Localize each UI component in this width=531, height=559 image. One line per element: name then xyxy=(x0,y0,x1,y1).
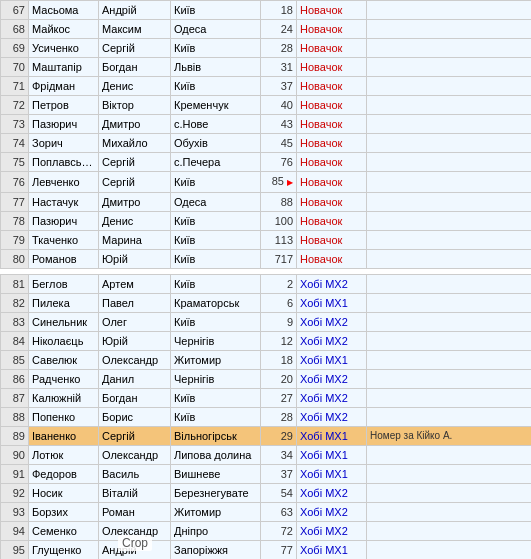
city-cell: Київ xyxy=(171,39,261,58)
category-cell: Хобі МХ2 xyxy=(297,503,367,522)
row-number: 92 xyxy=(1,484,29,503)
note-cell xyxy=(367,408,532,427)
last-name-cell: Попенко xyxy=(29,408,99,427)
row-number: 90 xyxy=(1,446,29,465)
category-cell: Новачок xyxy=(297,96,367,115)
city-cell: Запоріжжя xyxy=(171,541,261,560)
category-cell: Хобі МХ1 xyxy=(297,541,367,560)
id-cell: 77 xyxy=(261,541,297,560)
id-cell: 24 xyxy=(261,20,297,39)
row-number: 72 xyxy=(1,96,29,115)
row-number: 71 xyxy=(1,77,29,96)
note-cell xyxy=(367,153,532,172)
category-cell: Новачок xyxy=(297,172,367,193)
id-cell: 43 xyxy=(261,115,297,134)
city-cell: Львів xyxy=(171,58,261,77)
city-cell: Чернігів xyxy=(171,332,261,351)
last-name-cell: Фрідман xyxy=(29,77,99,96)
city-cell: Обухів xyxy=(171,134,261,153)
city-cell: Житомир xyxy=(171,503,261,522)
note-cell xyxy=(367,1,532,20)
first-name-cell: Юрій xyxy=(99,250,171,269)
first-name-cell: Сергій xyxy=(99,172,171,193)
row-number: 70 xyxy=(1,58,29,77)
note-cell xyxy=(367,275,532,294)
category-cell: Новачок xyxy=(297,231,367,250)
note-cell xyxy=(367,20,532,39)
first-name-cell: Борис xyxy=(99,408,171,427)
city-cell: Київ xyxy=(171,389,261,408)
note-cell: Номер за Кійко А. xyxy=(367,427,532,446)
last-name-cell: Федоров xyxy=(29,465,99,484)
first-name-cell: Віктор xyxy=(99,96,171,115)
id-cell: 40 xyxy=(261,96,297,115)
note-cell xyxy=(367,522,532,541)
first-name-cell: Олександр xyxy=(99,351,171,370)
category-cell: Хобі МХ2 xyxy=(297,389,367,408)
first-name-cell: Дмитро xyxy=(99,115,171,134)
note-cell xyxy=(367,96,532,115)
id-cell: 28 xyxy=(261,39,297,58)
last-name-cell: Радченко xyxy=(29,370,99,389)
note-cell xyxy=(367,193,532,212)
category-cell: Новачок xyxy=(297,134,367,153)
city-cell: Березнегувате xyxy=(171,484,261,503)
id-cell: 27 xyxy=(261,389,297,408)
row-number: 84 xyxy=(1,332,29,351)
city-cell: Дніпро xyxy=(171,522,261,541)
row-number: 87 xyxy=(1,389,29,408)
note-cell xyxy=(367,294,532,313)
city-cell: Житомир xyxy=(171,351,261,370)
row-number: 88 xyxy=(1,408,29,427)
category-cell: Хобі МХ2 xyxy=(297,408,367,427)
row-number: 85 xyxy=(1,351,29,370)
last-name-cell: Пазюрич xyxy=(29,115,99,134)
last-name-cell: Синельник xyxy=(29,313,99,332)
last-name-cell: Майкос xyxy=(29,20,99,39)
row-number: 93 xyxy=(1,503,29,522)
note-cell xyxy=(367,231,532,250)
city-cell: Київ xyxy=(171,250,261,269)
first-name-cell: Сергій xyxy=(99,153,171,172)
category-cell: Новачок xyxy=(297,58,367,77)
city-cell: Київ xyxy=(171,172,261,193)
last-name-cell: Лотюк xyxy=(29,446,99,465)
last-name-cell: Савелюк xyxy=(29,351,99,370)
last-name-cell: Беглов xyxy=(29,275,99,294)
id-cell: 85 ▶ xyxy=(261,172,297,193)
note-cell xyxy=(367,541,532,560)
row-number: 81 xyxy=(1,275,29,294)
note-cell xyxy=(367,446,532,465)
note-cell xyxy=(367,58,532,77)
last-name-cell: Романов xyxy=(29,250,99,269)
id-cell: 18 xyxy=(261,1,297,20)
id-cell: 9 xyxy=(261,313,297,332)
category-cell: Хобі МХ2 xyxy=(297,275,367,294)
first-name-cell: Роман xyxy=(99,503,171,522)
city-cell: Липова долина xyxy=(171,446,261,465)
row-number: 77 xyxy=(1,193,29,212)
id-cell: 72 xyxy=(261,522,297,541)
city-cell: Київ xyxy=(171,212,261,231)
last-name-cell: Пилека xyxy=(29,294,99,313)
first-name-cell: Юрій xyxy=(99,332,171,351)
category-cell: Хобі МХ2 xyxy=(297,313,367,332)
city-cell: Київ xyxy=(171,1,261,20)
city-cell: с.Нове xyxy=(171,115,261,134)
category-cell: Новачок xyxy=(297,39,367,58)
category-cell: Хобі МХ1 xyxy=(297,465,367,484)
id-cell: 37 xyxy=(261,77,297,96)
last-name-cell: Іваненко xyxy=(29,427,99,446)
row-number: 79 xyxy=(1,231,29,250)
first-name-cell: Артем xyxy=(99,275,171,294)
row-number: 82 xyxy=(1,294,29,313)
category-cell: Новачок xyxy=(297,193,367,212)
row-number: 95 xyxy=(1,541,29,560)
category-cell: Хобі МХ2 xyxy=(297,332,367,351)
first-name-cell: Сергій xyxy=(99,39,171,58)
first-name-cell: Олег xyxy=(99,313,171,332)
note-cell xyxy=(367,77,532,96)
last-name-cell: Поплавський xyxy=(29,153,99,172)
id-cell: 31 xyxy=(261,58,297,77)
category-cell: Хобі МХ1 xyxy=(297,427,367,446)
